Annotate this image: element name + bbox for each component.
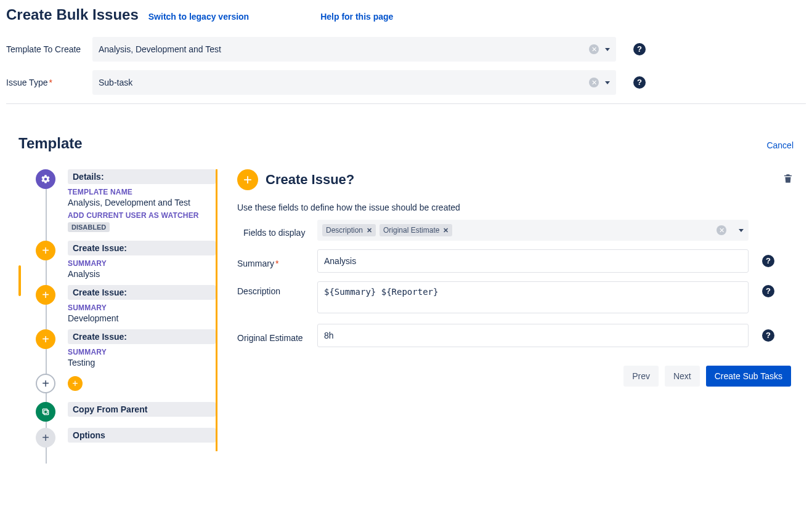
summary-label: SUMMARY [68, 303, 216, 312]
clear-icon[interactable]: ✕ [717, 225, 726, 235]
plus-icon[interactable]: + [36, 329, 55, 349]
gear-icon[interactable] [36, 169, 55, 189]
chip-original-estimate: Original Estimate ✕ [380, 224, 452, 236]
svg-rect-0 [44, 410, 48, 414]
summary-label: SUMMARY [68, 348, 216, 356]
copy-from-parent-step[interactable]: Copy From Parent [68, 402, 216, 417]
clear-icon[interactable]: ✕ [589, 78, 599, 87]
watcher-label: ADD CURRENT USER AS WATCHER [68, 211, 216, 220]
issue-type-select[interactable]: Sub-task ✕ [92, 70, 616, 95]
create-issue-title: Create Issue? [266, 172, 354, 188]
help-icon[interactable]: ? [762, 329, 774, 342]
help-icon[interactable]: ? [762, 285, 774, 297]
summary-label: SUMMARY [68, 259, 216, 268]
options-expand-button[interactable]: + [36, 428, 55, 448]
page-title: Create Bulk Issues [6, 6, 139, 23]
next-button[interactable]: Next [665, 366, 700, 387]
details-header[interactable]: Details: [68, 169, 216, 184]
add-create-issue-button[interactable]: + [68, 376, 83, 391]
create-issue-step-2[interactable]: Create Issue: [68, 285, 216, 300]
summary-label: Summary* [237, 254, 317, 268]
cancel-link[interactable]: Cancel [766, 140, 794, 150]
fields-to-display-label: Fields to display [237, 223, 317, 238]
plus-icon[interactable]: + [36, 241, 55, 260]
issue-type-value: Sub-task [99, 78, 589, 87]
add-step-button[interactable]: + [36, 374, 55, 393]
create-issue-step-3[interactable]: Create Issue: [68, 329, 216, 344]
original-estimate-input[interactable] [317, 324, 749, 347]
chevron-down-icon[interactable] [605, 81, 610, 84]
copy-icon[interactable] [36, 402, 55, 422]
template-to-create-value: Analysis, Development and Test [99, 44, 589, 54]
summary-value-3: Testing [68, 358, 216, 367]
plus-icon[interactable]: + [36, 285, 55, 305]
gear-icon-svg [41, 174, 51, 184]
template-to-create-label: Template To Create [6, 44, 92, 54]
summary-input[interactable] [317, 249, 749, 273]
create-issue-step-1[interactable]: Create Issue: [68, 241, 216, 255]
help-icon[interactable]: ? [633, 43, 646, 55]
create-sub-tasks-button[interactable]: Create Sub Tasks [706, 366, 791, 387]
chip-description: Description ✕ [322, 224, 376, 236]
options-step[interactable]: Options [68, 428, 216, 443]
help-icon[interactable]: ? [633, 76, 646, 89]
chevron-down-icon[interactable] [739, 229, 744, 232]
template-name-value: Analysis, Development and Test [68, 198, 216, 207]
prev-button[interactable]: Prev [623, 366, 659, 387]
description-input[interactable] [317, 281, 749, 313]
chevron-down-icon[interactable] [605, 48, 610, 51]
copy-icon-svg [41, 407, 51, 417]
watcher-status-badge: DISABLED [68, 222, 110, 232]
help-link[interactable]: Help for this page [320, 12, 393, 22]
template-to-create-select[interactable]: Analysis, Development and Test ✕ [92, 37, 616, 62]
summary-value-1: Analysis [68, 269, 216, 279]
issue-type-label: Issue Type* [6, 78, 92, 87]
help-icon[interactable]: ? [762, 255, 774, 267]
template-name-label: TEMPLATE NAME [68, 188, 216, 196]
legacy-link[interactable]: Switch to legacy version [148, 12, 249, 22]
remove-chip-icon[interactable]: ✕ [443, 227, 449, 235]
summary-value-2: Development [68, 313, 216, 323]
original-estimate-label: Original Estimate [237, 328, 317, 343]
trash-icon[interactable] [782, 173, 794, 187]
create-issue-hint: Use these fields to define how the issue… [237, 203, 794, 212]
plus-icon: + [237, 169, 258, 190]
active-step-indicator [18, 265, 21, 296]
remove-chip-icon[interactable]: ✕ [367, 227, 372, 235]
fields-to-display-select[interactable]: Description ✕ Original Estimate ✕ ✕ [317, 220, 749, 241]
clear-icon[interactable]: ✕ [589, 44, 599, 54]
section-title: Template [18, 135, 83, 152]
description-label: Description [237, 281, 317, 296]
svg-rect-1 [43, 409, 47, 413]
